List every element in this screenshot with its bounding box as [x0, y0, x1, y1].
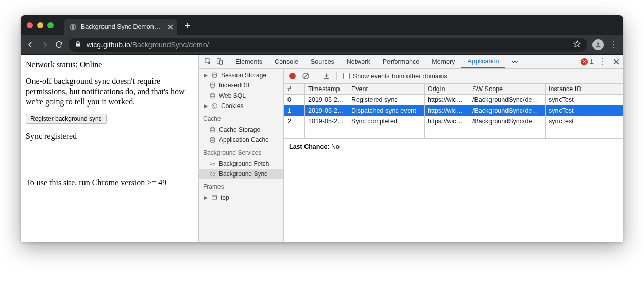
- svg-point-12: [210, 127, 215, 129]
- tab-overflow-icon[interactable]: [505, 55, 525, 68]
- browser-toolbar: wicg.github.io/BackgroundSync/demo/ ⋮: [21, 35, 623, 55]
- window-controls[interactable]: [27, 22, 54, 28]
- error-count-badge[interactable]: ✕ 1: [581, 58, 594, 65]
- devtools-tabbar: Elements Console Sources Network Perform…: [199, 55, 623, 69]
- frame-icon: [211, 194, 217, 201]
- download-icon[interactable]: [323, 72, 330, 80]
- database-icon: [211, 72, 218, 79]
- table-row[interactable]: 0 2019-05-2… Registered sync https://wic…: [284, 95, 623, 105]
- devtools-menu-icon[interactable]: ⋮: [599, 57, 608, 66]
- expand-arrow-icon: ▶: [203, 73, 208, 78]
- tab-network[interactable]: Network: [341, 55, 377, 68]
- sidebar-item-websql[interactable]: Web SQL: [199, 91, 283, 101]
- globe-icon: [69, 23, 77, 31]
- error-icon: ✕: [581, 58, 588, 65]
- application-sidebar: ▶ Session Storage IndexedDB Web SQL ▶: [199, 69, 284, 242]
- tab-sources[interactable]: Sources: [304, 55, 341, 68]
- page-description: One-off background sync doesn't require …: [26, 76, 193, 107]
- content-area: Network status: Online One-off backgroun…: [21, 55, 623, 242]
- expand-arrow-icon: ▶: [203, 195, 208, 200]
- browser-menu-icon[interactable]: ⋮: [609, 40, 618, 49]
- inspect-element-icon[interactable]: [204, 58, 212, 65]
- panel-toolbar: Show events from other domains: [284, 69, 623, 83]
- svg-point-9: [213, 105, 214, 105]
- tab-application[interactable]: Application: [461, 55, 505, 68]
- database-icon: [209, 82, 216, 89]
- back-button[interactable]: [26, 40, 35, 49]
- table-header-row: # Timestamp Event Origin SW Scope Instan…: [284, 84, 623, 95]
- devtools-panel: Elements Console Sources Network Perform…: [198, 55, 623, 242]
- reload-button[interactable]: [55, 40, 63, 49]
- col-index[interactable]: #: [284, 84, 305, 95]
- detail-label: Last Chance:: [289, 143, 330, 150]
- chrome-version-hint: To use this site, run Chrome version >= …: [26, 178, 193, 188]
- sidebar-item-cache-storage[interactable]: Cache Storage: [199, 125, 283, 135]
- svg-point-6: [210, 83, 215, 84]
- col-sw-scope[interactable]: SW Scope: [469, 84, 546, 95]
- tab-memory[interactable]: Memory: [426, 55, 461, 68]
- sidebar-item-indexeddb[interactable]: IndexedDB: [199, 80, 283, 91]
- browser-tab[interactable]: Background Sync Demonstratic: [64, 19, 177, 35]
- address-bar[interactable]: wicg.github.io/BackgroundSync/demo/: [69, 38, 587, 52]
- sync-icon: [209, 171, 216, 178]
- network-status: Network status: Online: [26, 60, 193, 70]
- device-toolbar-icon[interactable]: [216, 58, 224, 65]
- database-icon: [209, 127, 216, 133]
- sidebar-section-cache: Cache: [199, 111, 283, 125]
- page-content: Network status: Online One-off backgroun…: [21, 55, 198, 242]
- checkbox-input[interactable]: [343, 73, 350, 79]
- sidebar-section-frames: Frames: [199, 179, 283, 192]
- col-event[interactable]: Event: [348, 84, 425, 95]
- svg-point-7: [210, 93, 215, 95]
- svg-point-5: [212, 73, 217, 74]
- tab-console[interactable]: Console: [268, 55, 304, 68]
- register-sync-button[interactable]: Register background sync: [26, 114, 107, 124]
- expand-arrow-icon: ▶: [203, 103, 208, 109]
- tab-elements[interactable]: Elements: [229, 55, 268, 68]
- events-table: # Timestamp Event Origin SW Scope Instan…: [284, 83, 623, 138]
- close-tab-icon[interactable]: [167, 24, 173, 30]
- minimize-window-icon[interactable]: [37, 22, 43, 28]
- devtools-tablist: Elements Console Sources Network Perform…: [229, 55, 525, 68]
- svg-rect-4: [220, 60, 223, 64]
- sidebar-item-background-fetch[interactable]: Background Fetch: [199, 158, 283, 169]
- svg-point-10: [215, 107, 215, 107]
- clear-icon[interactable]: [302, 72, 310, 80]
- detail-value: No: [331, 143, 340, 150]
- new-tab-button[interactable]: +: [184, 20, 191, 32]
- show-other-domains-checkbox[interactable]: Show events from other domains: [343, 73, 447, 80]
- profile-avatar[interactable]: [592, 39, 604, 50]
- maximize-window-icon[interactable]: [47, 22, 54, 28]
- col-timestamp[interactable]: Timestamp: [305, 84, 348, 95]
- sidebar-section-bg-services: Background Services: [199, 145, 283, 158]
- sidebar-item-application-cache[interactable]: Application Cache: [199, 135, 283, 145]
- record-button[interactable]: [289, 73, 296, 79]
- svg-point-11: [214, 107, 214, 108]
- url-text: wicg.github.io/BackgroundSync/demo/: [87, 41, 209, 49]
- browser-window: Background Sync Demonstratic + wicg.gith…: [21, 15, 623, 242]
- tab-strip: Background Sync Demonstratic +: [21, 15, 623, 35]
- table-row[interactable]: 1 2019-05-2… Dispatched sync event https…: [284, 105, 623, 116]
- close-window-icon[interactable]: [27, 22, 33, 28]
- sidebar-item-cookies[interactable]: ▶ Cookies: [199, 101, 283, 111]
- sidebar-item-background-sync[interactable]: Background Sync: [199, 169, 283, 179]
- sidebar-item-session-storage[interactable]: ▶ Session Storage: [199, 70, 283, 80]
- transfer-icon: [209, 161, 216, 167]
- table-row[interactable]: 2 2019-05-2… Sync completed https://wicg…: [284, 116, 623, 127]
- sync-status: Sync registered: [26, 131, 193, 142]
- close-devtools-icon[interactable]: [613, 59, 619, 65]
- star-icon[interactable]: [573, 40, 581, 49]
- col-instance-id[interactable]: Instance ID: [546, 84, 623, 95]
- svg-point-13: [210, 137, 215, 139]
- database-icon: [209, 93, 216, 99]
- sidebar-item-frame-top[interactable]: ▶ top: [199, 192, 283, 203]
- col-origin[interactable]: Origin: [425, 84, 469, 95]
- svg-rect-14: [212, 196, 217, 199]
- background-sync-panel: Show events from other domains # Tim: [284, 69, 623, 242]
- event-detail: Last Chance: No: [284, 138, 623, 154]
- cookie-icon: [211, 103, 218, 110]
- svg-point-8: [212, 103, 217, 109]
- tab-performance[interactable]: Performance: [377, 55, 426, 68]
- svg-point-1: [597, 42, 600, 45]
- forward-button[interactable]: [40, 40, 49, 49]
